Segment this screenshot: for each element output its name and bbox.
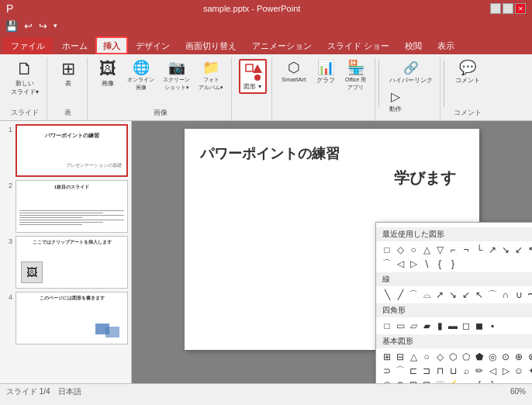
shape-item[interactable]: ⌒ (394, 365, 406, 377)
shape-item[interactable]: ↖ (526, 244, 532, 256)
minimize-button[interactable]: — (490, 3, 501, 14)
tab-design[interactable]: デザイン (128, 37, 178, 54)
shape-item[interactable]: ⬟ (473, 351, 485, 363)
online-image-button[interactable]: 🌐 オンライン画像 (124, 59, 157, 93)
shape-item[interactable]: ⊔ (447, 365, 459, 377)
shape-item[interactable]: ↗ (486, 244, 499, 256)
shape-item[interactable]: ↙ (460, 289, 472, 301)
shape-item[interactable]: ¬ (460, 244, 472, 256)
shape-item[interactable]: ⊃ (381, 365, 393, 377)
slide-preview-3[interactable]: ここではクリップアートを挿入します 🖼 (16, 236, 128, 289)
shape-item[interactable]: ⌓ (420, 289, 433, 301)
shape-item[interactable]: ▽ (434, 244, 446, 256)
slide-preview-2[interactable]: 1枚目のスライド (16, 180, 128, 233)
slide-preview-1[interactable]: パワーポイントの練習 プレゼンテーションの基礎 (16, 124, 128, 177)
shape-item[interactable]: ▷ (499, 365, 512, 377)
shape-item[interactable]: ◁ (394, 258, 406, 270)
shape-item[interactable]: ⊗ (526, 351, 532, 363)
shape-item[interactable]: ◼ (473, 320, 485, 332)
maximize-button[interactable]: □ (503, 3, 513, 14)
office-apps-button[interactable]: 🏪 Office 用アプリ (342, 59, 370, 93)
shape-item[interactable]: ↙ (513, 244, 525, 256)
shape-item[interactable]: { (473, 379, 485, 383)
shape-item[interactable]: ☁ (460, 379, 472, 383)
slide-thumb-1[interactable]: 1 パワーポイントの練習 プレゼンテーションの基礎 (3, 124, 128, 177)
shape-item[interactable]: ⌒ (381, 258, 393, 270)
slide-thumb-4[interactable]: 4 このページには図形を書きます (3, 292, 128, 344)
shape-item[interactable]: △ (420, 244, 433, 256)
action-button[interactable]: ▷ 動作 (387, 88, 404, 115)
shape-item[interactable]: 〜 (526, 289, 532, 301)
tab-transitions[interactable]: 画面切り替え (178, 37, 244, 54)
shape-item[interactable]: } (447, 258, 459, 270)
shape-item[interactable]: ○ (420, 351, 433, 363)
shape-item[interactable]: ↖ (473, 289, 485, 301)
shape-item[interactable]: ⊓ (434, 365, 446, 377)
shape-item[interactable]: ⊞ (381, 351, 393, 363)
shape-item[interactable]: ▮ (434, 320, 446, 332)
screenshot-button[interactable]: 📷 スクリーンショット▾ (160, 59, 193, 93)
shape-item[interactable]: ▷ (407, 258, 420, 270)
shape-item[interactable]: ⊕ (513, 351, 525, 363)
shape-item[interactable]: ◇ (394, 244, 406, 256)
shape-item[interactable]: ▭ (394, 320, 406, 332)
new-slide-button[interactable]: 🗋 新しいスライド▾ (8, 59, 42, 98)
shape-item[interactable]: ╱ (394, 289, 406, 301)
shape-item[interactable]: ⚡ (447, 379, 459, 383)
shape-item[interactable]: ⌕ (460, 365, 472, 377)
photo-album-button[interactable]: 📁 フォトアルバム▾ (195, 59, 226, 93)
shape-item[interactable]: ▰ (420, 320, 433, 332)
shape-item[interactable]: ⌐ (447, 244, 459, 256)
tab-home[interactable]: ホーム (54, 37, 95, 54)
shape-item[interactable]: ↗ (434, 289, 446, 301)
shape-item[interactable]: } (486, 379, 499, 383)
shape-item[interactable]: ◻ (460, 320, 472, 332)
shape-item[interactable]: ⊞ (407, 379, 420, 383)
tab-slideshow[interactable]: スライド ショー (320, 37, 397, 54)
shape-item[interactable]: ⊡ (420, 379, 433, 383)
shape-item[interactable]: ⊙ (499, 351, 512, 363)
shape-item[interactable]: □ (381, 320, 393, 332)
redo-button[interactable]: ↪ (36, 20, 50, 32)
shape-item[interactable]: ✦ (526, 365, 532, 377)
tab-view[interactable]: 表示 (430, 37, 462, 54)
shape-item[interactable]: ∖ (420, 258, 433, 270)
tab-insert[interactable]: 挿入 (95, 37, 128, 54)
slide-preview-4[interactable]: このページには図形を書きます (16, 292, 128, 344)
shape-item[interactable]: ⊛ (394, 379, 406, 383)
shape-item[interactable]: ◎ (381, 379, 393, 383)
shape-item[interactable]: ◇ (434, 351, 446, 363)
shape-item[interactable]: ▪ (486, 320, 499, 332)
shape-item[interactable]: □ (381, 244, 393, 256)
shape-item[interactable]: ∪ (513, 289, 525, 301)
shape-item[interactable]: ✏ (473, 365, 485, 377)
shape-item[interactable]: ⌒ (486, 289, 499, 301)
shape-item[interactable]: ∩ (499, 289, 512, 301)
shape-item[interactable]: ⬠ (460, 351, 472, 363)
comment-button[interactable]: 💬 コメント (452, 59, 483, 86)
customize-button[interactable]: ▾ (51, 22, 60, 29)
shape-item[interactable]: ⌒ (407, 289, 420, 301)
shape-item[interactable]: ▬ (447, 320, 459, 332)
shape-item[interactable]: └ (473, 244, 485, 256)
shape-item[interactable]: ▱ (407, 320, 420, 332)
shapes-button[interactable]: 図形 ▾ (239, 59, 267, 94)
slide-thumb-2[interactable]: 2 1枚目のスライド (3, 180, 128, 233)
shape-item[interactable]: ◎ (486, 351, 499, 363)
shape-item[interactable]: ○ (407, 244, 420, 256)
close-button[interactable]: ✕ (515, 3, 526, 14)
smartart-button[interactable]: ⬡ SmartArt (278, 59, 309, 85)
shape-item[interactable]: ↘ (499, 244, 512, 256)
chart-button[interactable]: 📊 グラフ (312, 59, 340, 86)
undo-button[interactable]: ↩ (22, 20, 35, 32)
table-button[interactable]: ⊞ 表 (54, 59, 82, 89)
shape-item[interactable]: { (434, 258, 446, 270)
shape-item[interactable]: ╲ (381, 289, 393, 301)
shape-item[interactable]: ☺ (513, 365, 525, 377)
tab-review[interactable]: 校閲 (397, 37, 430, 54)
shape-item[interactable]: ↘ (447, 289, 459, 301)
slide-thumb-3[interactable]: 3 ここではクリップアートを挿入します 🖼 (3, 236, 128, 289)
shape-item[interactable]: ⬡ (447, 351, 459, 363)
save-button[interactable]: 💾 (3, 20, 20, 32)
shape-item[interactable]: ⊏ (407, 365, 420, 377)
